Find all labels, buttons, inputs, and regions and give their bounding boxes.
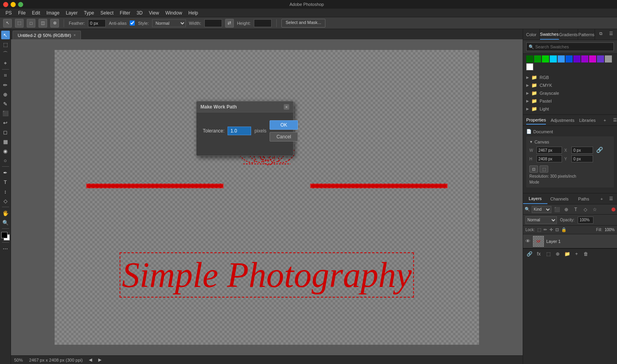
tab-gradients[interactable]: Gradients [559,29,578,40]
layers-blend-mode[interactable]: Normal [525,216,557,224]
layer-item-1[interactable]: 👁 SP Layer 1 [523,234,617,248]
tool-move[interactable]: ↖ [1,31,10,39]
layer-fx-btn[interactable]: fx [535,250,543,258]
swatch-white[interactable] [526,63,533,70]
menu-3d[interactable]: 3D [133,9,145,17]
menu-select[interactable]: Select [97,9,116,17]
menu-file[interactable]: File [15,9,29,17]
tool-path-select[interactable]: ↕ [1,187,10,196]
swatch-group-cmyk[interactable]: ▶ 📁 CMYK [526,81,614,89]
panel-dock-btn[interactable]: ⧉ [597,29,605,38]
swatch-green-dark[interactable] [526,55,533,63]
tool-brush[interactable]: ✎ [1,99,10,108]
swatch-purple[interactable] [573,55,580,63]
tool-stamp[interactable]: ⬛ [1,109,10,118]
anti-alias-checkbox[interactable] [130,20,135,26]
select-mask-btn[interactable]: Select and Mask... [281,19,326,28]
tool-crop[interactable]: ⌗ [1,71,10,80]
layer-mask-btn[interactable]: ⬚ [544,250,552,258]
swap-dimensions-btn[interactable]: ⇄ [225,19,234,28]
menu-type[interactable]: Type [81,9,97,17]
tab-adjustments[interactable]: Adjustments [551,116,575,124]
tool-heal[interactable]: ⊕ [1,90,10,99]
menu-edit[interactable]: Edit [29,9,43,17]
tool-hand[interactable]: 🖐 [1,209,10,217]
tool-history[interactable]: ↩ [1,118,10,127]
swatch-group-rgb[interactable]: ▶ 📁 RGB [526,74,614,81]
tool-gradient[interactable]: ▦ [1,137,10,146]
layers-adjust-filter-btn[interactable]: ⊕ [562,206,570,213]
layer-group-btn[interactable]: 📁 [563,250,571,258]
tool-dodge[interactable]: ○ [1,156,10,165]
style-select[interactable]: Normal Fixed Ratio Fixed Size [152,19,186,27]
tab-paths[interactable]: Paths [571,194,596,204]
tab-libraries[interactable]: Libraries [579,116,596,124]
menu-layer[interactable]: Layer [62,9,81,17]
tool-eraser[interactable]: ◻ [1,128,10,136]
swatch-gray[interactable] [605,55,612,63]
tab-channels[interactable]: Channels [547,194,572,204]
window-close-btn[interactable] [3,2,8,7]
tool-colors[interactable] [1,232,10,241]
swatch-blue-light[interactable] [558,55,565,63]
layer-visibility-btn[interactable]: 👁 [525,238,531,244]
resize-canvas-btn[interactable]: ⬚ [540,165,548,173]
canvas-w-input[interactable] [536,147,562,154]
tool-marquee[interactable]: ⬚ [1,40,10,49]
tool-wand[interactable]: ⌖ [1,59,10,68]
tolerance-input[interactable] [228,127,251,135]
marquee-rect-btn[interactable]: ⬚ [15,19,24,28]
menu-help[interactable]: Help [185,9,201,17]
feather-input[interactable] [88,19,106,27]
swatches-search-input[interactable] [526,42,614,51]
lock-position-btn[interactable]: ✛ [549,227,553,232]
tab-layers[interactable]: Layers [523,194,547,204]
props-add-btn[interactable]: + [600,116,609,125]
tool-eyedropper[interactable]: ✏ [1,81,10,89]
swatch-group-light[interactable]: ▶ 📁 Light [526,105,614,113]
layers-kind-select[interactable]: Kind [532,206,551,213]
swatch-violet[interactable] [581,55,588,63]
doc-tab-close[interactable]: × [73,33,76,37]
canvas-h-input[interactable] [536,155,562,162]
tool-more[interactable]: ⋯ [1,244,10,253]
dialog-ok-btn[interactable]: OK [270,120,298,130]
tool-zoom[interactable]: 🔍 [1,218,10,227]
resize-image-btn[interactable]: ⊡ [529,165,538,173]
layer-link-btn[interactable]: 🔗 [525,250,533,258]
foreground-color[interactable] [1,232,7,238]
canvas[interactable]: Simple Photography Make Work Path × Tole… [55,50,479,345]
panel-menu-btn[interactable]: ☰ [607,29,615,38]
tool-blur[interactable]: ◉ [1,147,10,155]
swatch-cyan[interactable] [550,55,557,63]
height-input[interactable] [254,19,272,27]
tool-type[interactable]: T [1,178,10,186]
swatch-bright-green[interactable] [542,55,549,63]
swatch-blue-purple[interactable] [597,55,604,63]
lock-pixel-btn[interactable]: ⬚ [537,227,541,232]
tab-patterns[interactable]: Patterns [578,29,595,40]
layer-delete-btn[interactable]: 🗑 [582,250,590,258]
dialog-cancel-btn[interactable]: Cancel [270,132,298,142]
move-tool-btn[interactable]: ↖ [3,19,12,28]
layer-new-btn[interactable]: + [573,250,580,258]
layers-smart-filter-btn[interactable]: ☆ [591,206,599,213]
layer-adj-btn[interactable]: ⊕ [554,250,562,258]
swatch-blue[interactable] [566,55,573,63]
lock-all-btn[interactable]: 🔒 [561,227,567,232]
marquee-opt3-btn[interactable]: ◫ [39,19,47,28]
menu-filter[interactable]: Filter [117,9,134,17]
layers-type-filter-btn[interactable]: T [572,206,580,213]
canvas-y-input[interactable] [571,155,593,162]
tab-color[interactable]: Color [523,29,540,40]
marquee-opt4-btn[interactable]: ⊕ [50,19,59,28]
layers-opacity-input[interactable] [578,217,593,224]
doc-tab-active[interactable]: Untitled-2 @ 50% (RGB/8#) × [13,31,81,39]
layers-pixel-filter-btn[interactable]: ⬛ [553,206,561,213]
menu-view[interactable]: View [146,9,162,17]
tab-properties[interactable]: Properties [526,116,546,125]
layers-add-btn[interactable]: + [597,195,606,203]
swatch-group-pastel[interactable]: ▶ 📁 Pastel [526,97,614,105]
marquee-opt2-btn[interactable]: □ [27,19,35,28]
tool-lasso[interactable]: ⌒ [1,50,10,58]
